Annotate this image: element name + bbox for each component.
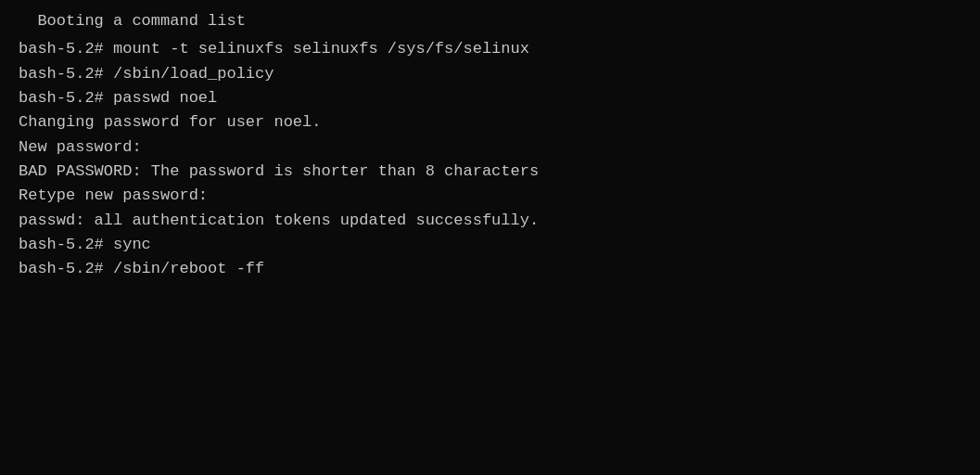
terminal-line-8: BAD PASSWORD: The password is shorter th… [19,160,961,184]
terminal-line-3: bash-5.2# mount -t selinuxfs selinuxfs /… [19,37,961,61]
terminal-line-1: Booting a command list [19,9,961,33]
terminal-line-12: bash-5.2# /sbin/reboot -ff [19,257,961,281]
terminal-line-6: Changing password for user noel. [19,110,961,135]
terminal-line-10: passwd: all authentication tokens update… [19,209,961,233]
terminal-line-7: New password: [19,135,961,160]
terminal-line-4: bash-5.2# /sbin/load_policy [19,62,961,86]
terminal-window: Booting a command listbash-5.2# mount -t… [0,0,980,475]
terminal-line-11: bash-5.2# sync [19,233,961,257]
terminal-line-5: bash-5.2# passwd noel [19,86,961,110]
terminal-line-9: Retype new password: [19,184,961,208]
